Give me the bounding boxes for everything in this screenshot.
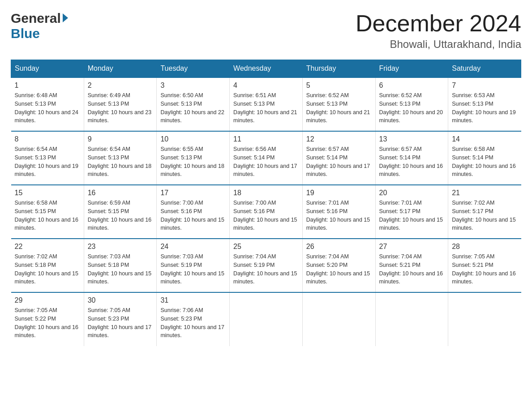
day-number: 21 — [452, 189, 517, 197]
day-cell: 28 Sunrise: 7:05 AMSunset: 5:21 PMDaylig… — [448, 239, 521, 292]
col-header-monday: Monday — [84, 60, 157, 78]
day-info: Sunrise: 6:59 AMSunset: 5:15 PMDaylight:… — [88, 199, 153, 232]
day-number: 14 — [452, 135, 517, 143]
day-number: 28 — [452, 243, 517, 251]
col-header-saturday: Saturday — [448, 60, 521, 78]
day-info: Sunrise: 6:56 AMSunset: 5:14 PMDaylight:… — [233, 145, 299, 179]
day-number: 5 — [306, 81, 372, 90]
day-number: 12 — [306, 135, 372, 143]
day-info: Sunrise: 7:01 AMSunset: 5:16 PMDaylight:… — [306, 199, 372, 232]
day-number: 29 — [15, 296, 80, 304]
day-cell: 25 Sunrise: 7:04 AMSunset: 5:19 PMDaylig… — [230, 239, 303, 292]
day-info: Sunrise: 6:50 AMSunset: 5:13 PMDaylight:… — [160, 91, 226, 125]
day-info: Sunrise: 7:00 AMSunset: 5:16 PMDaylight:… — [233, 199, 299, 232]
day-info: Sunrise: 6:54 AMSunset: 5:13 PMDaylight:… — [15, 145, 80, 179]
logo-blue-text: Blue — [11, 26, 40, 41]
day-number: 22 — [15, 243, 80, 251]
day-cell: 8 Sunrise: 6:54 AMSunset: 5:13 PMDayligh… — [11, 131, 84, 185]
day-info: Sunrise: 7:04 AMSunset: 5:21 PMDaylight:… — [379, 253, 445, 286]
day-info: Sunrise: 6:54 AMSunset: 5:13 PMDaylight:… — [88, 145, 153, 179]
day-info: Sunrise: 7:03 AMSunset: 5:18 PMDaylight:… — [88, 253, 153, 286]
day-cell: 27 Sunrise: 7:04 AMSunset: 5:21 PMDaylig… — [375, 239, 448, 292]
day-cell: 29 Sunrise: 7:05 AMSunset: 5:22 PMDaylig… — [11, 292, 84, 346]
day-cell — [230, 292, 303, 346]
day-number: 20 — [379, 189, 445, 197]
day-number: 17 — [160, 189, 226, 197]
day-info: Sunrise: 6:49 AMSunset: 5:13 PMDaylight:… — [88, 91, 153, 125]
day-cell: 31 Sunrise: 7:06 AMSunset: 5:23 PMDaylig… — [157, 292, 230, 346]
day-info: Sunrise: 7:05 AMSunset: 5:21 PMDaylight:… — [452, 253, 517, 286]
day-info: Sunrise: 6:52 AMSunset: 5:13 PMDaylight:… — [379, 91, 445, 125]
day-info: Sunrise: 6:57 AMSunset: 5:14 PMDaylight:… — [379, 145, 445, 179]
col-header-tuesday: Tuesday — [157, 60, 230, 78]
day-cell: 21 Sunrise: 7:02 AMSunset: 5:17 PMDaylig… — [448, 185, 521, 239]
day-cell — [302, 292, 375, 346]
day-info: Sunrise: 7:04 AMSunset: 5:20 PMDaylight:… — [306, 253, 372, 286]
day-info: Sunrise: 7:02 AMSunset: 5:17 PMDaylight:… — [452, 199, 517, 232]
day-info: Sunrise: 6:55 AMSunset: 5:13 PMDaylight:… — [160, 145, 226, 179]
calendar-table: SundayMondayTuesdayWednesdayThursdayFrid… — [11, 60, 521, 346]
day-info: Sunrise: 7:05 AMSunset: 5:22 PMDaylight:… — [15, 306, 80, 340]
page-header: General Blue December 2024 Bhowali, Utta… — [11, 11, 521, 51]
day-cell: 15 Sunrise: 6:58 AMSunset: 5:15 PMDaylig… — [11, 185, 84, 239]
day-number: 15 — [15, 189, 80, 197]
day-number: 10 — [160, 135, 226, 143]
day-number: 3 — [160, 81, 226, 90]
day-cell: 24 Sunrise: 7:03 AMSunset: 5:19 PMDaylig… — [157, 239, 230, 292]
day-info: Sunrise: 6:58 AMSunset: 5:14 PMDaylight:… — [452, 145, 517, 179]
day-cell: 11 Sunrise: 6:56 AMSunset: 5:14 PMDaylig… — [230, 131, 303, 185]
day-info: Sunrise: 6:52 AMSunset: 5:13 PMDaylight:… — [306, 91, 372, 125]
day-number: 7 — [452, 81, 517, 90]
day-number: 18 — [233, 189, 299, 197]
day-number: 27 — [379, 243, 445, 251]
day-cell: 23 Sunrise: 7:03 AMSunset: 5:18 PMDaylig… — [84, 239, 157, 292]
day-number: 1 — [15, 81, 80, 90]
logo-arrow-icon — [63, 13, 68, 22]
day-info: Sunrise: 6:57 AMSunset: 5:14 PMDaylight:… — [306, 145, 372, 179]
day-cell: 12 Sunrise: 6:57 AMSunset: 5:14 PMDaylig… — [302, 131, 375, 185]
day-cell: 22 Sunrise: 7:02 AMSunset: 5:18 PMDaylig… — [11, 239, 84, 292]
day-info: Sunrise: 7:05 AMSunset: 5:23 PMDaylight:… — [88, 306, 153, 340]
day-number: 6 — [379, 81, 445, 90]
day-cell: 7 Sunrise: 6:53 AMSunset: 5:13 PMDayligh… — [448, 77, 521, 131]
title-section: December 2024 Bhowali, Uttarakhand, Indi… — [356, 11, 521, 51]
day-info: Sunrise: 7:04 AMSunset: 5:19 PMDaylight:… — [233, 253, 299, 286]
day-number: 16 — [88, 189, 153, 197]
day-cell: 6 Sunrise: 6:52 AMSunset: 5:13 PMDayligh… — [375, 77, 448, 131]
location-title: Bhowali, Uttarakhand, India — [356, 38, 521, 51]
day-number: 9 — [88, 135, 153, 143]
logo-general-text: General — [11, 11, 61, 26]
day-number: 23 — [88, 243, 153, 251]
day-number: 19 — [306, 189, 372, 197]
day-cell: 19 Sunrise: 7:01 AMSunset: 5:16 PMDaylig… — [302, 185, 375, 239]
day-cell: 16 Sunrise: 6:59 AMSunset: 5:15 PMDaylig… — [84, 185, 157, 239]
week-row-5: 29 Sunrise: 7:05 AMSunset: 5:22 PMDaylig… — [11, 292, 521, 346]
day-info: Sunrise: 7:02 AMSunset: 5:18 PMDaylight:… — [15, 253, 80, 286]
day-info: Sunrise: 7:00 AMSunset: 5:16 PMDaylight:… — [160, 199, 226, 232]
day-number: 30 — [88, 296, 153, 304]
day-info: Sunrise: 7:01 AMSunset: 5:17 PMDaylight:… — [379, 199, 445, 232]
day-number: 11 — [233, 135, 299, 143]
day-cell: 13 Sunrise: 6:57 AMSunset: 5:14 PMDaylig… — [375, 131, 448, 185]
day-info: Sunrise: 7:06 AMSunset: 5:23 PMDaylight:… — [160, 306, 226, 340]
month-title: December 2024 — [356, 11, 521, 36]
day-number: 13 — [379, 135, 445, 143]
day-cell: 5 Sunrise: 6:52 AMSunset: 5:13 PMDayligh… — [302, 77, 375, 131]
day-cell: 20 Sunrise: 7:01 AMSunset: 5:17 PMDaylig… — [375, 185, 448, 239]
logo: General Blue — [11, 11, 68, 41]
day-cell: 9 Sunrise: 6:54 AMSunset: 5:13 PMDayligh… — [84, 131, 157, 185]
day-cell: 14 Sunrise: 6:58 AMSunset: 5:14 PMDaylig… — [448, 131, 521, 185]
day-info: Sunrise: 6:48 AMSunset: 5:13 PMDaylight:… — [15, 91, 80, 125]
day-number: 26 — [306, 243, 372, 251]
col-header-wednesday: Wednesday — [230, 60, 303, 78]
day-number: 24 — [160, 243, 226, 251]
day-cell — [448, 292, 521, 346]
day-info: Sunrise: 6:58 AMSunset: 5:15 PMDaylight:… — [15, 199, 80, 232]
day-cell: 26 Sunrise: 7:04 AMSunset: 5:20 PMDaylig… — [302, 239, 375, 292]
day-cell — [375, 292, 448, 346]
week-row-2: 8 Sunrise: 6:54 AMSunset: 5:13 PMDayligh… — [11, 131, 521, 185]
day-cell: 17 Sunrise: 7:00 AMSunset: 5:16 PMDaylig… — [157, 185, 230, 239]
col-header-sunday: Sunday — [11, 60, 84, 78]
day-info: Sunrise: 7:03 AMSunset: 5:19 PMDaylight:… — [160, 253, 226, 286]
calendar-header-row: SundayMondayTuesdayWednesdayThursdayFrid… — [11, 60, 521, 78]
